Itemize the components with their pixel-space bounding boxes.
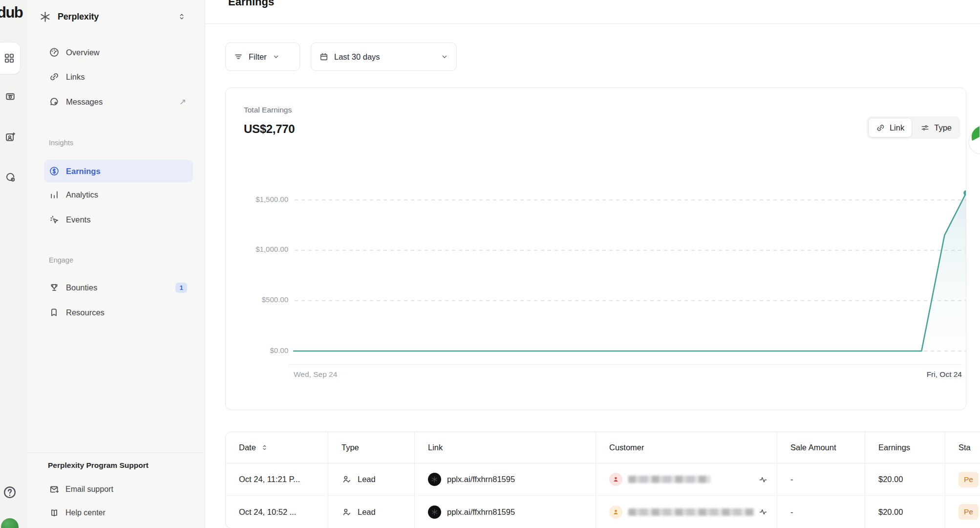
sidebar-item-label: Email support [65, 485, 113, 494]
help-button[interactable] [2, 485, 17, 500]
sidebar-item-label: Bounties [66, 283, 169, 292]
sidebar-item-help-center[interactable]: Help center [44, 503, 191, 523]
date-range-label: Last 30 days [334, 52, 380, 62]
column-header-link: Link [415, 432, 596, 463]
cell-sale-amount: - [777, 463, 865, 495]
user-avatar[interactable] [1, 518, 19, 528]
filter-icon [234, 52, 243, 62]
perplexity-logo-icon [39, 11, 51, 23]
customer-avatar [609, 506, 622, 519]
sidebar-item-label: Help center [65, 508, 106, 517]
chat-bubbles-icon [4, 172, 16, 183]
link-icon [876, 123, 885, 132]
cell-link: pplx.ai/ffxhrn81595 [415, 496, 596, 528]
toggle-link-button[interactable]: Link [868, 118, 912, 137]
metric-label: Total Earnings [244, 106, 292, 114]
rail-item-contacts[interactable] [4, 131, 17, 143]
section-label-engage: Engage [49, 256, 73, 264]
sidebar-item-analytics[interactable]: Analytics [44, 183, 193, 206]
sidebar-item-messages[interactable]: Messages ↗ [44, 90, 193, 113]
rail-item-workspace-active[interactable] [0, 42, 21, 74]
table-row[interactable]: Oct 24, 11:21 P... Lead [226, 463, 980, 496]
column-header-status: Sta [945, 432, 980, 463]
y-axis-tick: $1,000.00 [232, 245, 288, 253]
sidebar-item-label: Overview [66, 48, 187, 57]
resources-icon [49, 307, 60, 318]
cell-type: Lead [328, 463, 415, 495]
support-title: Perplexity Program Support [48, 461, 149, 470]
y-axis-tick: $0.00 [232, 346, 288, 354]
workspace-name: Perplexity [58, 12, 171, 22]
chevron-down-icon [441, 53, 448, 61]
filter-button[interactable]: Filter [225, 43, 300, 71]
status-badge: Pe [959, 472, 979, 487]
cell-date: Oct 24, 11:21 P... [226, 463, 328, 495]
perplexity-favicon [428, 473, 441, 486]
total-earnings-card: Total Earnings US$2,770 Link [225, 88, 966, 410]
calendar-icon [319, 52, 329, 62]
metric-value: US$2,770 [244, 122, 295, 136]
toggle-type-button[interactable]: Type [913, 118, 959, 137]
sidebar-item-resources[interactable]: Resources [44, 301, 193, 324]
gauge-icon [49, 47, 60, 58]
external-link-icon: ↗ [179, 97, 186, 107]
cell-earnings: $20.00 [865, 463, 945, 495]
workspace-selector[interactable]: Perplexity [39, 6, 193, 27]
sidebar-item-earnings[interactable]: Earnings [44, 160, 193, 182]
sort-icon [261, 444, 268, 451]
column-header-sale-amount: Sale Amount [777, 432, 865, 463]
customer-avatar [609, 473, 622, 486]
activity-icon[interactable] [758, 475, 768, 484]
header-divider [205, 23, 980, 24]
status-badge: Pe [959, 504, 979, 520]
column-header-date[interactable]: Date [226, 432, 328, 463]
app-window: dub [0, 0, 980, 528]
customer-name-redacted [628, 508, 754, 516]
trophy-icon [49, 282, 60, 293]
cell-customer [596, 496, 777, 528]
question-mark-icon [2, 485, 17, 500]
sidebar-item-links[interactable]: Links [44, 66, 193, 88]
app-rail: dub [0, 0, 27, 528]
sidebar-item-label: Links [66, 72, 187, 82]
sidebar-item-bounties[interactable]: Bounties 1 [44, 276, 193, 299]
support-section: Perplexity Program Support Email support [27, 452, 205, 528]
contact-card-plus-icon [4, 131, 16, 143]
rail-item-payouts[interactable] [4, 90, 17, 103]
sidebar-item-events[interactable]: Events [44, 208, 193, 231]
chevron-down-icon [272, 53, 280, 61]
y-axis-tick: $500.00 [232, 295, 288, 304]
column-header-type: Type [328, 432, 415, 463]
earnings-area-chart [294, 183, 966, 359]
table-row[interactable]: Oct 24, 10:52 ... Lead [226, 496, 980, 528]
cell-sale-amount: - [777, 496, 865, 528]
cell-earnings: $20.00 [865, 496, 945, 528]
dub-logo[interactable]: dub [0, 4, 22, 22]
cell-customer [596, 463, 777, 495]
sidebar-item-email-support[interactable]: Email support [44, 480, 191, 499]
chart-end-point [963, 190, 966, 196]
customer-name-redacted [628, 476, 710, 483]
sidebar-item-label: Resources [66, 308, 187, 317]
chevron-updown-icon [178, 13, 186, 21]
link-icon [49, 71, 60, 82]
cursor-click-icon [49, 214, 60, 225]
sidebar-item-overview[interactable]: Overview [44, 41, 193, 64]
main-content: Earnings Filter Last 30 da [205, 0, 980, 528]
table-header-row: Date Type Link Customer Sale Amount Earn… [226, 432, 980, 463]
short-link-text[interactable]: pplx.ai/ffxhrn81595 [447, 475, 515, 484]
short-link-text[interactable]: pplx.ai/ffxhrn81595 [447, 507, 515, 517]
filter-label: Filter [249, 52, 267, 62]
bounties-count-badge: 1 [175, 283, 187, 293]
y-axis-tick: $1,500.00 [232, 195, 288, 203]
rail-item-chat[interactable] [4, 171, 17, 184]
sidebar-item-label: Events [66, 215, 187, 224]
chart-view-toggle: Link Type [867, 116, 960, 139]
column-header-earnings: Earnings [865, 432, 945, 463]
activity-icon[interactable] [758, 507, 768, 517]
message-bubble-icon [49, 96, 60, 107]
sidebar: Perplexity Overview [27, 0, 205, 528]
toggle-link-label: Link [890, 123, 904, 132]
user-check-icon [341, 474, 352, 484]
date-range-button[interactable]: Last 30 days [311, 43, 457, 71]
